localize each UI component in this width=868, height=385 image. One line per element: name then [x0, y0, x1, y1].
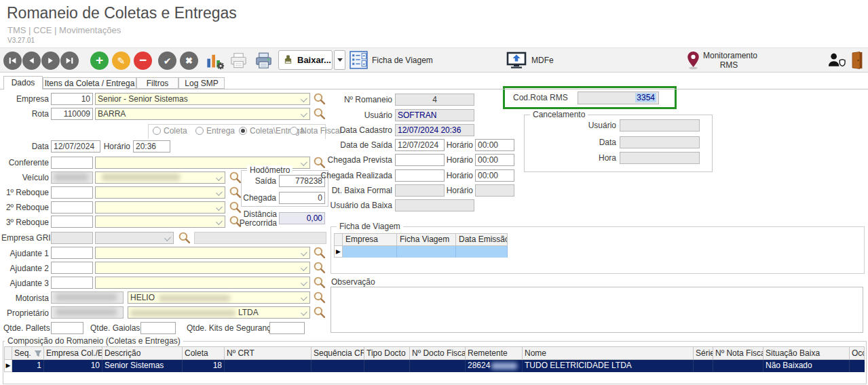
empresa-combo[interactable]: Senior - Senior Sistemas	[95, 93, 310, 105]
radio-coleta[interactable]	[153, 127, 161, 135]
exit-button[interactable]	[850, 51, 864, 72]
reboque1-search-icon[interactable]	[229, 186, 242, 199]
qtde-kits-field[interactable]	[269, 322, 305, 334]
mdfe-button[interactable]	[506, 52, 527, 71]
radio-coleta-entrega[interactable]	[239, 127, 247, 135]
report-chart-button[interactable]	[206, 51, 225, 72]
ficha-cell-ficha-viagem[interactable]	[397, 246, 456, 258]
grid-col-docto-fiscal[interactable]: Nº Docto Fiscal	[410, 346, 466, 360]
ajudante3-combo[interactable]	[95, 277, 310, 289]
edit-button[interactable]: ✎	[112, 52, 130, 70]
baixar-dropdown-button[interactable]	[334, 50, 345, 70]
grid-cell-nome[interactable]: TUDO ELETRICIDADE LTDA	[523, 360, 694, 372]
nav-last-button[interactable]	[60, 52, 79, 70]
grid-col-remetente[interactable]: Remetente	[466, 346, 523, 360]
rota-combo[interactable]: BARRA	[95, 108, 310, 120]
tab-dados[interactable]: Dados	[3, 76, 43, 89]
qtde-pallets-field[interactable]	[51, 322, 83, 334]
ficha-viagem-button[interactable]	[350, 51, 368, 71]
observacao-textarea[interactable]	[331, 287, 863, 333]
grid-cell-situacao-baixa[interactable]: Não Baixado	[763, 360, 850, 372]
rota-code-field[interactable]: 110009	[51, 108, 93, 120]
grid-cell-docto-fiscal[interactable]	[410, 360, 466, 372]
nav-prev-button[interactable]	[22, 52, 41, 70]
proprietario-search-icon[interactable]	[313, 306, 326, 319]
confirm-button[interactable]: ✔	[158, 52, 176, 70]
print-button[interactable]	[229, 52, 248, 72]
composicao-grid-row[interactable]: ▶ 1 10 Senior Sistemas 18 28624 TUDO ELE…	[4, 360, 865, 372]
grid-col-seq[interactable]: Seq.	[12, 346, 44, 360]
ajudante3-search-icon[interactable]	[313, 276, 326, 289]
grid-cell-ocorrencia[interactable]	[850, 360, 865, 372]
grid-col-situacao-baixa[interactable]: Situação Baixa	[763, 346, 850, 360]
radio-entrega[interactable]	[195, 127, 204, 135]
ajudante1-search-icon[interactable]	[313, 246, 326, 259]
grid-col-sequencia-crt[interactable]: Sequência CRT	[312, 346, 364, 360]
grid-col-nota-fiscal[interactable]: Nº Nota Fiscal	[713, 346, 763, 360]
tab-filtros[interactable]: Filtros	[136, 77, 178, 89]
ficha-cell-empresa[interactable]	[343, 246, 397, 258]
reboque3-combo[interactable]	[95, 216, 225, 228]
ajudante2-search-icon[interactable]	[313, 261, 326, 274]
grid-cell-serie[interactable]	[694, 360, 713, 372]
reboque3-code-field[interactable]	[51, 216, 93, 228]
ajudante3-code-field[interactable]	[51, 277, 93, 289]
grid-cell-nota-fiscal[interactable]	[713, 360, 763, 372]
tab-itens-coleta-entrega[interactable]: Itens da Coleta / Entrega	[43, 77, 136, 89]
horario-realizada-field[interactable]: 00:00	[475, 169, 514, 182]
motorista-search-icon[interactable]	[313, 291, 326, 304]
conferente-code-field[interactable]	[51, 157, 93, 169]
reboque1-code-field[interactable]	[51, 186, 93, 199]
grid-cell-empresa[interactable]: 10	[44, 360, 102, 372]
ajudante1-combo[interactable]	[95, 247, 310, 259]
reboque1-combo[interactable]	[95, 186, 225, 199]
user-permissions-button[interactable]	[827, 52, 846, 70]
add-button[interactable]: +	[90, 52, 109, 70]
grid-col-crt[interactable]: Nº CRT	[225, 346, 312, 360]
horario-saida-field[interactable]: 00:00	[475, 139, 514, 151]
grid-cell-tipo-docto[interactable]	[364, 360, 410, 372]
tab-log-smp[interactable]: Log SMP	[178, 77, 225, 89]
grid-col-ocorrencia[interactable]: Ocorrência	[850, 346, 865, 360]
grid-col-descricao[interactable]: Descrição	[102, 346, 183, 360]
qtde-gaiolas-field[interactable]	[140, 322, 176, 334]
delete-button[interactable]: −	[134, 52, 152, 70]
radio-nota-fiscal[interactable]	[290, 127, 298, 135]
veiculo-search-icon[interactable]	[229, 171, 242, 184]
ajudante2-code-field[interactable]	[51, 262, 93, 274]
nav-first-button[interactable]	[3, 52, 22, 70]
monitoramento-button[interactable]	[686, 51, 700, 72]
horario-field[interactable]: 20:36	[133, 140, 170, 153]
filter-funnel-icon[interactable]	[35, 350, 41, 357]
grid-cell-seq[interactable]: 1	[12, 360, 44, 372]
cancel-button[interactable]: ✖	[180, 52, 198, 70]
grid-col-nome[interactable]: Nome	[523, 346, 694, 360]
ficha-cell-data-emissao[interactable]	[456, 246, 508, 258]
reboque2-combo[interactable]	[95, 201, 225, 214]
grid-col-serie[interactable]: Série	[694, 346, 713, 360]
ajudante1-code-field[interactable]	[51, 247, 93, 259]
empresa-code-field[interactable]: 10	[51, 93, 93, 105]
ficha-col-ficha-viagem[interactable]: Ficha Viagem	[397, 233, 456, 246]
grid-cell-coleta[interactable]: 18	[183, 360, 225, 372]
grid-col-tipo-docto[interactable]: Tipo Docto	[364, 346, 410, 360]
ajudante2-combo[interactable]	[95, 262, 310, 274]
reboque2-code-field[interactable]	[51, 201, 93, 214]
grid-col-empresa[interactable]: Empresa Col./Ent.	[44, 346, 102, 360]
grid-cell-crt[interactable]	[225, 360, 312, 372]
print-alt-button[interactable]	[254, 52, 273, 72]
ficha-viagem-table-row[interactable]: ▶	[334, 246, 508, 258]
empresa-gris-search-icon[interactable]	[178, 231, 191, 244]
ficha-col-data-emissao[interactable]: Data Emissão	[456, 233, 508, 246]
ficha-col-empresa[interactable]: Empresa	[343, 233, 397, 246]
proprietario-combo[interactable]: LTDA	[128, 306, 310, 319]
grid-cell-remetente[interactable]: 28624	[466, 360, 523, 372]
nav-next-button[interactable]	[41, 52, 60, 70]
grid-col-coleta[interactable]: Coleta	[183, 346, 225, 360]
grid-cell-sequencia-crt[interactable]	[312, 360, 364, 372]
grid-cell-descricao[interactable]: Senior Sistemas	[102, 360, 183, 372]
motorista-combo[interactable]: HELIO	[128, 291, 310, 304]
data-field[interactable]: 12/07/2024	[51, 140, 100, 153]
baixar-button[interactable]: Baixar...	[278, 50, 333, 70]
horario-prevista-field[interactable]: 00:00	[475, 154, 514, 166]
